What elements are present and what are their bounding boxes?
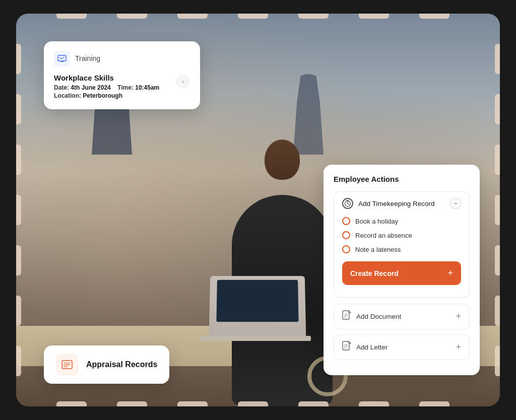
add-document-text: Add Document bbox=[356, 313, 401, 320]
training-title: Workplace Skills bbox=[54, 74, 159, 82]
svg-line-3 bbox=[59, 57, 61, 59]
book-holiday-option[interactable]: Book a holiday bbox=[342, 214, 461, 228]
appraisal-label-text: Appraisal Records bbox=[86, 360, 157, 369]
training-content: Workplace Skills Date: 4th June 2024 Tim… bbox=[54, 74, 159, 100]
add-letter-text: Add Letter bbox=[356, 343, 388, 351]
training-expand-button[interactable]: › bbox=[176, 75, 190, 89]
appraisal-icon bbox=[56, 354, 78, 376]
create-record-button[interactable]: Create Record + bbox=[342, 261, 461, 285]
note-lateness-radio bbox=[342, 245, 350, 253]
timekeeping-sub-options: Book a holiday Record an absence Note a … bbox=[342, 214, 461, 256]
date-label: Date: bbox=[54, 84, 69, 91]
timekeeping-header: Add Timekeeping Record − bbox=[342, 198, 461, 209]
note-lateness-option[interactable]: Note a lateness bbox=[342, 242, 461, 256]
date-value: 4th June 2024 bbox=[71, 84, 110, 91]
time-value: 10:45am bbox=[135, 84, 159, 91]
time-label: Time: bbox=[117, 84, 134, 91]
svg-line-7 bbox=[348, 204, 349, 205]
add-letter-section[interactable]: Add Letter + bbox=[334, 334, 470, 360]
training-header-label: Training bbox=[75, 54, 100, 62]
training-content-row: Workplace Skills Date: 4th June 2024 Tim… bbox=[54, 74, 190, 100]
svg-rect-0 bbox=[58, 55, 66, 61]
svg-rect-9 bbox=[343, 311, 349, 319]
training-card: Training Workplace Skills Date: 4th June… bbox=[44, 41, 200, 109]
timekeeping-section[interactable]: Add Timekeeping Record − Book a holiday … bbox=[334, 191, 470, 298]
training-icon bbox=[54, 50, 70, 66]
training-card-header: Training bbox=[54, 50, 190, 66]
letter-icon bbox=[342, 341, 351, 354]
svg-rect-13 bbox=[343, 341, 349, 350]
record-absence-radio bbox=[342, 231, 350, 239]
location-value: Peterborough bbox=[83, 92, 122, 99]
location-label: Location: bbox=[54, 92, 81, 99]
add-document-section[interactable]: Add Document + bbox=[334, 304, 470, 329]
record-absence-option[interactable]: Record an absence bbox=[342, 228, 461, 242]
employee-actions-title: Employee Actions bbox=[334, 175, 470, 183]
create-record-plus-icon: + bbox=[447, 268, 453, 278]
add-document-label-container: Add Document bbox=[342, 310, 401, 323]
timer-icon bbox=[342, 198, 353, 209]
timekeeping-text: Add Timekeeping Record bbox=[358, 200, 435, 207]
timekeeping-label-container: Add Timekeeping Record bbox=[342, 198, 435, 209]
record-absence-label: Record an absence bbox=[355, 232, 412, 239]
book-holiday-radio bbox=[342, 217, 350, 225]
note-lateness-label: Note a lateness bbox=[355, 246, 401, 253]
add-letter-plus-icon: + bbox=[456, 342, 461, 353]
training-date-line: Date: 4th June 2024 Time: 10:45am bbox=[54, 84, 159, 91]
add-letter-label-container: Add Letter bbox=[342, 341, 388, 354]
employee-actions-card: Employee Actions Add Timekeeping Record bbox=[324, 165, 480, 375]
svg-line-4 bbox=[61, 57, 64, 59]
document-icon bbox=[342, 310, 351, 323]
book-holiday-label: Book a holiday bbox=[355, 218, 398, 225]
add-document-plus-icon: + bbox=[456, 311, 461, 322]
timekeeping-collapse-button[interactable]: − bbox=[450, 198, 461, 209]
training-location-line: Location: Peterborough bbox=[54, 92, 159, 99]
appraisal-records-card[interactable]: Appraisal Records bbox=[44, 345, 169, 384]
create-record-label: Create Record bbox=[350, 269, 399, 277]
